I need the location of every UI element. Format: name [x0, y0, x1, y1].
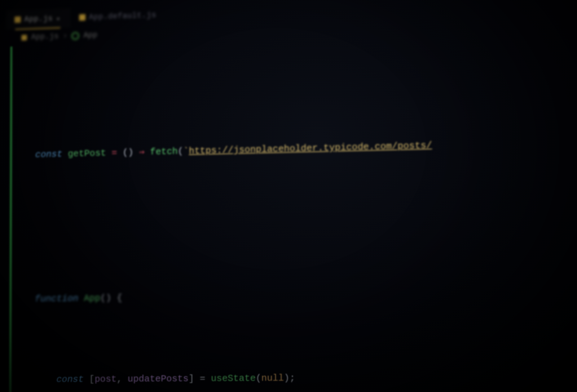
breadcrumb-file[interactable]: App.js	[31, 32, 58, 42]
code-line: const getPost = () ⇒ fetch(`https://json…	[9, 134, 577, 164]
code-editor[interactable]: const getPost = () ⇒ fetch(`https://json…	[3, 28, 577, 392]
star-icon: ★	[56, 14, 60, 22]
js-file-icon	[79, 14, 85, 21]
tab-app-default-js[interactable]: App.default.js	[71, 5, 167, 27]
js-file-icon	[14, 16, 21, 23]
tab-label: App.default.js	[89, 10, 156, 22]
js-file-icon	[21, 35, 27, 40]
code-line: const [post, updatePosts] = useState(nul…	[8, 368, 577, 388]
code-line-blank	[8, 200, 577, 227]
breadcrumb-symbol[interactable]: App	[83, 31, 97, 40]
chevron-right-icon: ›	[63, 32, 67, 41]
tab-label: App.js	[24, 14, 53, 24]
url-link[interactable]: https://jsonplaceholder.typicode.com/pos…	[189, 140, 432, 156]
code-line: function App() {	[8, 284, 577, 308]
tab-app-js[interactable]: App.js ★	[6, 8, 71, 30]
symbol-function-icon	[72, 32, 79, 40]
